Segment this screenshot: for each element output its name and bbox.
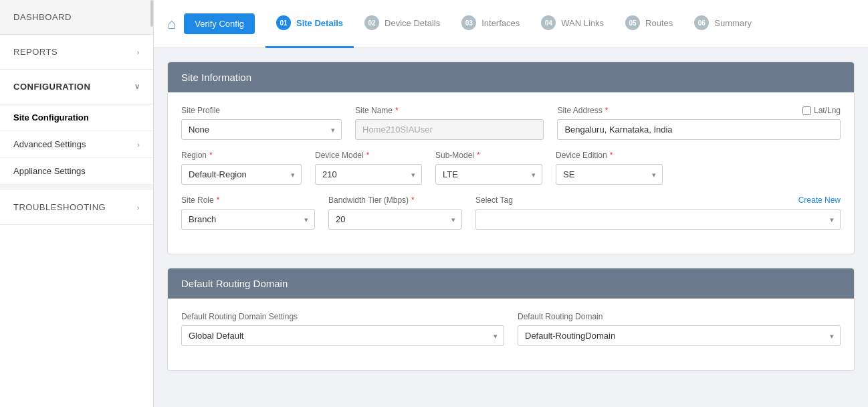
chevron-right-icon: › (137, 48, 140, 56)
step-circle-6: 06 (694, 15, 709, 30)
routing-domain-settings-label: Default Routing Domain Settings (181, 312, 504, 321)
form-row-3: Site Role * Branch Bandwidth Tier (Mbps) (181, 195, 841, 230)
routing-domain-row: Default Routing Domain Settings Global D… (181, 312, 841, 346)
region-select[interactable]: Default-Region (181, 164, 302, 185)
routing-domain-select-wrapper: Default-RoutingDomain (518, 325, 841, 346)
sub-model-label: Sub-Model * (435, 151, 542, 160)
device-edition-group: Device Edition * SE (556, 151, 663, 185)
sidebar-label-reports: REPORTS (13, 47, 58, 57)
step-device-details[interactable]: 02 Device Details (354, 0, 451, 48)
device-model-select-wrapper: 210 (315, 164, 422, 185)
device-model-label: Device Model * (315, 151, 422, 160)
bandwidth-select-wrapper: 20 (328, 209, 462, 230)
site-profile-label: Site Profile (181, 106, 342, 115)
nav-steps: 01 Site Details 02 Device Details 03 Int… (265, 0, 762, 48)
site-information-title: Site Information (181, 72, 251, 83)
site-name-label: Site Name * (355, 106, 544, 115)
site-information-card: Site Information Site Profile None (167, 62, 855, 254)
home-icon[interactable]: ⌂ (167, 15, 176, 33)
site-role-group: Site Role * Branch (181, 195, 315, 230)
site-address-input[interactable] (557, 119, 841, 140)
step-label-summary: Summary (714, 18, 752, 28)
sidebar-item-configuration[interactable]: CONFIGURATION ∨ (0, 70, 153, 104)
bandwidth-group: Bandwidth Tier (Mbps) * 20 (328, 195, 462, 230)
create-new-link[interactable]: Create New (798, 195, 841, 205)
step-circle-4: 04 (541, 15, 556, 30)
sidebar-label-troubleshooting: TROUBLESHOOTING (13, 202, 106, 212)
site-role-select[interactable]: Branch (181, 209, 315, 230)
lat-lng-checkbox[interactable] (802, 106, 811, 115)
select-tag-select[interactable] (475, 209, 841, 230)
sidebar-gap (0, 185, 153, 190)
default-routing-domain-card: Default Routing Domain Default Routing D… (167, 268, 855, 371)
select-tag-select-wrapper (475, 209, 841, 230)
site-role-label: Site Role * (181, 195, 315, 205)
chevron-right-icon-trbl: › (137, 204, 140, 212)
sidebar-label-site-config: Site Configuration (13, 112, 89, 123)
sub-model-required: * (477, 151, 480, 160)
select-tag-group: Select Tag Create New (475, 195, 841, 230)
step-interfaces[interactable]: 03 Interfaces (451, 0, 530, 48)
chevron-down-icon: ∨ (134, 82, 140, 91)
routing-domain-settings-select[interactable]: Global Default (181, 325, 504, 346)
device-model-required: * (366, 151, 370, 160)
device-model-group: Device Model * 210 (315, 151, 422, 185)
sidebar-item-advanced-settings[interactable]: Advanced Settings › (0, 131, 153, 158)
bandwidth-label: Bandwidth Tier (Mbps) * (328, 195, 462, 205)
default-routing-domain-header: Default Routing Domain (168, 268, 854, 299)
sub-model-select[interactable]: LTE (435, 164, 542, 185)
sub-model-group: Sub-Model * LTE (435, 151, 542, 185)
bandwidth-select[interactable]: 20 (328, 209, 462, 230)
routing-domain-select[interactable]: Default-RoutingDomain (518, 325, 841, 346)
routing-domain-group: Default Routing Domain Default-RoutingDo… (518, 312, 841, 346)
bandwidth-required: * (411, 195, 415, 205)
sidebar-label-dashboard: DASHBOARD (13, 12, 72, 22)
region-select-wrapper: Default-Region (181, 164, 302, 185)
step-site-details[interactable]: 01 Site Details (265, 0, 354, 48)
site-name-input[interactable] (355, 119, 544, 140)
sidebar-label-configuration: CONFIGURATION (13, 82, 90, 92)
site-profile-group: Site Profile None (181, 106, 342, 140)
site-role-required: * (217, 195, 220, 205)
device-edition-label: Device Edition * (556, 151, 663, 160)
chevron-right-icon-adv: › (137, 141, 140, 149)
step-routes[interactable]: 05 Routes (615, 0, 683, 48)
site-address-required: * (605, 106, 609, 115)
device-edition-required: * (610, 151, 613, 160)
region-required: * (209, 151, 213, 160)
step-circle-2: 02 (364, 15, 379, 30)
form-row-2: Region * Default-Region Device Model * (181, 151, 841, 185)
step-circle-1: 01 (276, 15, 291, 30)
site-address-label: Site Address * (557, 106, 608, 115)
step-label-routes: Routes (645, 18, 673, 28)
site-profile-select-wrapper: None (181, 119, 342, 140)
sidebar-scrollbar[interactable] (150, 0, 153, 27)
device-edition-select[interactable]: SE (556, 164, 663, 185)
sidebar-label-appliance-settings: Appliance Settings (13, 166, 86, 176)
step-wan-links[interactable]: 04 WAN Links (530, 0, 615, 48)
routing-domain-settings-group: Default Routing Domain Settings Global D… (181, 312, 504, 346)
sidebar-item-dashboard[interactable]: DASHBOARD (0, 0, 153, 35)
verify-config-button[interactable]: Verify Config (184, 13, 255, 34)
device-model-select[interactable]: 210 (315, 164, 422, 185)
step-label-device-details: Device Details (385, 18, 440, 28)
topnav: ⌂ Verify Config 01 Site Details 02 Devic… (154, 0, 868, 48)
select-tag-label-row: Select Tag Create New (475, 195, 841, 205)
step-label-wan-links: WAN Links (561, 18, 604, 28)
lat-lng-label: Lat/Lng (814, 106, 841, 115)
lat-lng-group: Lat/Lng (802, 106, 841, 115)
site-address-group: Site Address * Lat/Lng (557, 106, 841, 140)
step-circle-5: 05 (625, 15, 640, 30)
site-profile-select[interactable]: None (181, 119, 342, 140)
sidebar-item-site-configuration[interactable]: Site Configuration (0, 104, 153, 131)
routing-domain-label: Default Routing Domain (518, 312, 841, 321)
step-summary[interactable]: 06 Summary (683, 0, 762, 48)
sidebar-item-appliance-settings[interactable]: Appliance Settings (0, 158, 153, 185)
site-address-header-row: Site Address * Lat/Lng (557, 106, 841, 115)
sidebar: DASHBOARD REPORTS › CONFIGURATION ∨ Site… (0, 0, 154, 407)
sub-model-select-wrapper: LTE (435, 164, 542, 185)
sidebar-item-reports[interactable]: REPORTS › (0, 35, 153, 70)
sidebar-item-troubleshooting[interactable]: TROUBLESHOOTING › (0, 190, 153, 225)
default-routing-domain-title: Default Routing Domain (181, 278, 288, 289)
sidebar-label-advanced-settings: Advanced Settings (13, 139, 86, 149)
